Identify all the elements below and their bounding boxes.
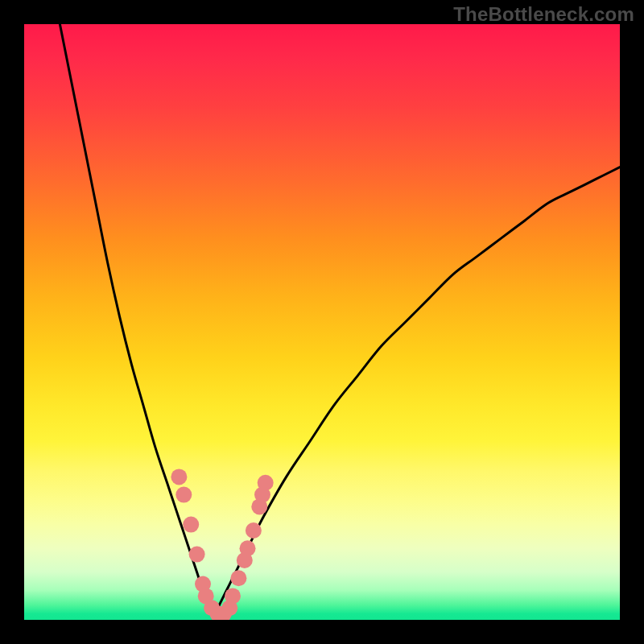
curve-layer <box>24 24 620 620</box>
curve-right-branch <box>215 167 620 614</box>
marker-point <box>171 469 187 485</box>
plot-area <box>24 24 620 620</box>
marker-point <box>258 475 274 491</box>
marker-point <box>246 522 262 539</box>
marker-point <box>225 588 241 604</box>
marker-point <box>189 547 205 563</box>
marker-point <box>175 487 192 503</box>
marker-point <box>230 570 246 586</box>
marker-point <box>240 540 256 556</box>
chart-frame: TheBottleneck.com <box>0 0 644 644</box>
curves-group <box>60 24 620 614</box>
marker-point <box>183 517 199 533</box>
watermark-text: TheBottleneck.com <box>453 3 634 26</box>
